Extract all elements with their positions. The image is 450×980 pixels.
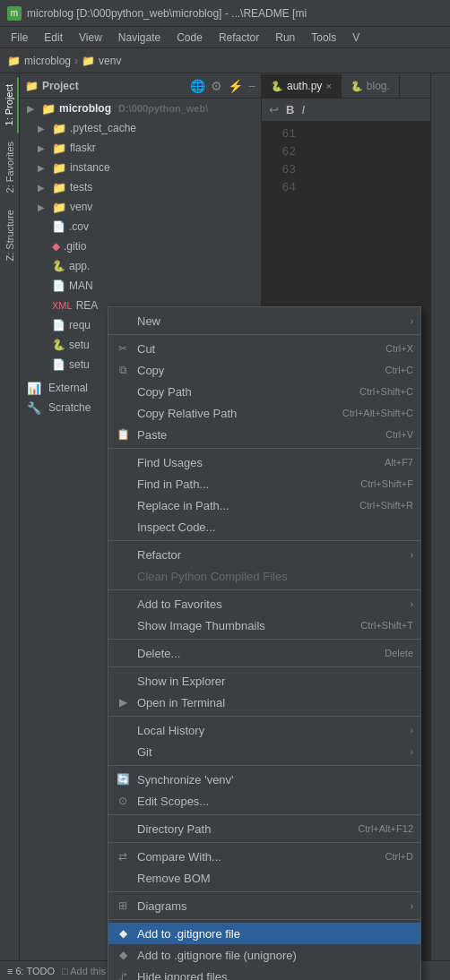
breadcrumb-folder-icon2: 📁 [82,55,95,67]
sep2 [108,448,420,449]
ctx-history-arrow: › [411,726,413,735]
ctx-add-gitignore-unignore[interactable]: ◆ Add to .gitignore file (unignore) [108,944,420,966]
bottom-tab-add[interactable]: □ Add this f [62,966,111,976]
sep7 [108,716,420,717]
ctx-git[interactable]: Git › [108,741,420,762]
ctx-copy-path[interactable]: Copy Path Ctrl+Shift+C [108,381,420,402]
ctx-show-thumbnails[interactable]: Show Image Thumbnails Ctrl+Shift+T [108,615,420,636]
menu-refactor[interactable]: Refactor [212,30,266,46]
tree-item-gitio[interactable]: ▶ ◆ .gitio [20,236,261,256]
ctx-refactor[interactable]: Refactor › [108,544,420,565]
tree-item-instance[interactable]: ▶ 📁 instance [20,158,261,177]
menu-navigate[interactable]: Navigate [111,30,168,46]
menu-code[interactable]: Code [169,30,210,46]
ctx-new[interactable]: New › [108,310,420,331]
python-icon-setu1: 🐍 [52,339,65,351]
tree-item-app[interactable]: ▶ 🐍 app. [20,256,261,276]
ctx-remove-bom[interactable]: Remove BOM [108,867,420,889]
ctx-add-favorites[interactable]: Add to Favorites › [108,593,420,615]
bold-icon[interactable]: B [286,103,294,116]
settings-icon[interactable]: ⚙ [211,79,222,93]
breadcrumb-venv[interactable]: venv [99,55,121,67]
menu-view[interactable]: View [72,30,109,46]
ctx-copy-path-shortcut: Ctrl+Shift+C [359,386,413,397]
tree-item-tests[interactable]: ▶ 📁 tests [20,177,261,197]
ctx-edit-scopes[interactable]: ⊙ Edit Scopes... [108,790,420,812]
project-header-icons: 🌐 ⚙ ⚡ − [190,79,255,93]
tab-auth[interactable]: 🐍 auth.py × [262,74,342,98]
ctx-delete[interactable]: Delete... Delete [108,642,420,664]
tree-item-man[interactable]: ▶ 📄 MAN [20,276,261,296]
ctx-local-history[interactable]: Local History › [108,719,420,741]
close-tab-icon[interactable]: × [325,81,331,91]
editor-line-61: 61 [269,125,443,143]
tree-item-flaskr[interactable]: ▶ 📁 flaskr [20,138,261,158]
italic-icon[interactable]: I [301,103,305,116]
ctx-copy[interactable]: ⧉ Copy Ctrl+C [108,359,420,381]
sidebar-tab-favorites[interactable]: 2: Favorites [2,134,18,200]
ctx-hide-ignored[interactable]: .i* Hide ignored files [108,966,420,980]
bottom-tab-todo[interactable]: ≡ 6: TODO [7,966,55,976]
ctx-diagrams-arrow: › [411,901,413,911]
ctx-show-explorer[interactable]: Show in Explorer [108,670,420,692]
ctx-dir-path-shortcut: Ctrl+Alt+F12 [358,823,413,834]
gear-icon[interactable]: ⚡ [228,79,243,93]
sidebar-tab-structure[interactable]: Z: Structure [2,202,18,268]
ctx-compare-shortcut: Ctrl+D [385,851,413,862]
line-num-61: 61 [269,125,296,143]
ctx-open-terminal[interactable]: ▶ Open in Terminal [108,692,420,713]
menu-run[interactable]: Run [268,30,302,46]
menu-tools[interactable]: Tools [304,30,343,46]
python-icon-app: 🐍 [52,260,65,272]
ctx-find-in-path[interactable]: Find in Path... Ctrl+Shift+F [108,473,420,494]
sep8 [108,765,420,766]
file-setu2: 📄 [52,358,65,371]
sep6 [108,666,420,667]
tab-blog[interactable]: 🐍 blog. [342,74,400,98]
ctx-bom-label: Remove BOM [137,872,413,885]
ctx-copy-relative[interactable]: Copy Relative Path Ctrl+Alt+Shift+C [108,402,420,424]
tree-root-path: D:\000python_web\ [118,103,208,114]
tree-label-setu2: setu [69,358,90,371]
tree-label-requ: requ [69,319,91,331]
ctx-new-arrow: › [411,316,413,326]
ctx-diagrams[interactable]: ⊞ Diagrams › [108,895,420,916]
ctx-paste[interactable]: 📋 Paste Ctrl+V [108,424,420,445]
breadcrumb-root[interactable]: microblog [24,55,71,67]
sep12 [108,919,420,920]
tree-label-external: External [48,382,88,394]
ctx-inspect-code[interactable]: Inspect Code... [108,516,420,537]
minimize-icon[interactable]: − [248,79,255,93]
ctx-find-usages-label: Find Usages [137,456,377,469]
ctx-local-history-label: Local History [137,724,403,737]
ctx-cut[interactable]: ✂ Cut Ctrl+X [108,338,420,359]
globe-icon[interactable]: 🌐 [190,79,205,93]
ctx-add-gitignore[interactable]: ◆ Add to .gitignore file [108,923,420,944]
menu-v[interactable]: V [345,30,367,46]
ctx-directory-path[interactable]: Directory Path Ctrl+Alt+F12 [108,818,420,839]
breadcrumb: 📁 microblog › 📁 venv [0,48,450,73]
tree-arrow-root: ▶ [27,104,38,114]
ctx-terminal-label: Open in Terminal [137,696,413,709]
tree-root[interactable]: ▶ 📁 microblog D:\000python_web\ [20,99,261,118]
editor-tabs: 🐍 auth.py × 🐍 blog. [262,73,450,99]
ctx-synchronize[interactable]: 🔄 Synchronize 'venv' [108,769,420,790]
file-requ: 📄 [52,319,65,331]
ctx-favorites-label: Add to Favorites [137,597,403,611]
xml-icon: XML [52,300,73,311]
back-icon[interactable]: ↩ [269,103,279,116]
tree-item-pytest-cache[interactable]: ▶ 📁 .pytest_cache [20,118,261,138]
gitignore-icon: ◆ [116,927,130,940]
arrow-tests: ▶ [38,183,48,193]
tree-item-cov[interactable]: ▶ 📄 .cov [20,217,261,236]
tree-label-cov: .cov [69,220,89,233]
ctx-replace-in-path[interactable]: Replace in Path... Ctrl+Shift+R [108,494,420,516]
ctx-find-usages[interactable]: Find Usages Alt+F7 [108,451,420,473]
ctx-refactor-arrow: › [411,550,413,560]
menu-file[interactable]: File [4,30,35,46]
ctx-compare-with[interactable]: ⇄ Compare With... Ctrl+D [108,846,420,867]
app-icon: m [7,6,22,21]
sidebar-tab-project[interactable]: 1: Project [1,77,19,133]
tree-item-venv[interactable]: ▶ 📁 venv [20,197,261,217]
menu-edit[interactable]: Edit [37,30,70,46]
